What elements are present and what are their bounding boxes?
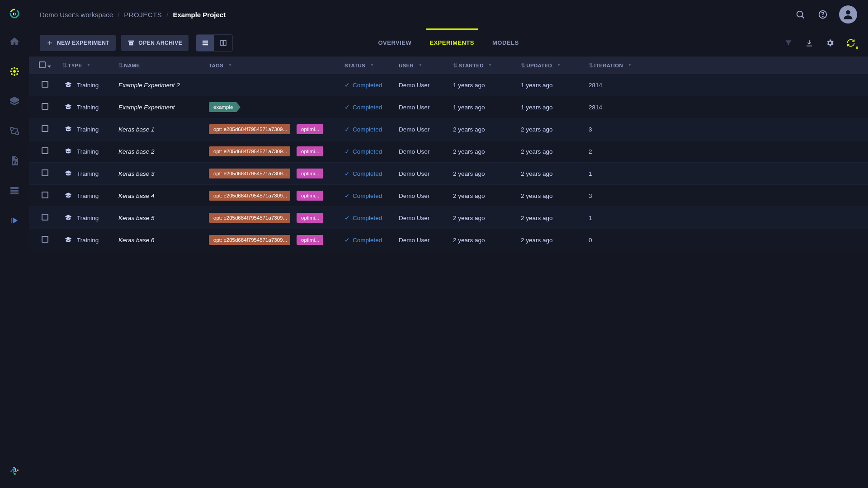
tag[interactable]: opt: e205d684f7954571a7309... (209, 169, 290, 178)
svg-rect-23 (14, 471, 17, 472)
row-checkbox[interactable] (42, 236, 48, 243)
tag[interactable]: optimi... (297, 235, 323, 245)
table-row[interactable]: TrainingExample Experiment 2✓CompletedDe… (29, 74, 868, 96)
experiment-name[interactable]: Example Experiment (118, 104, 175, 111)
view-list-button[interactable] (196, 35, 214, 51)
check-icon: ✓ (344, 81, 350, 89)
table-row[interactable]: TrainingKeras base 6opt: e205d684f795457… (29, 229, 868, 251)
tab-models[interactable]: MODELS (492, 29, 519, 56)
table-row[interactable]: TrainingExample Experimentexample✓Comple… (29, 96, 868, 118)
experiment-name[interactable]: Keras base 5 (118, 215, 155, 221)
tag[interactable]: optimi... (297, 169, 323, 178)
tab-overview[interactable]: OVERVIEW (378, 29, 411, 56)
search-icon[interactable] (794, 8, 807, 21)
tag[interactable]: opt: e205d684f7954571a7309... (209, 146, 290, 156)
updated-cell: 1 years ago (517, 96, 585, 118)
tag[interactable]: optimi... (297, 146, 323, 156)
svg-rect-15 (14, 160, 15, 164)
started-cell: 2 years ago (449, 207, 517, 229)
experiment-name[interactable]: Keras base 2 (118, 148, 155, 155)
filter-icon[interactable] (782, 37, 795, 49)
nav-datasets[interactable] (0, 90, 29, 112)
row-checkbox[interactable] (42, 214, 48, 221)
row-checkbox[interactable] (42, 192, 48, 198)
experiment-name[interactable]: Keras base 4 (118, 192, 155, 199)
check-icon: ✓ (344, 170, 350, 177)
experiment-name[interactable]: Keras base 6 (118, 237, 155, 244)
col-header-name[interactable]: ⇅NAME (115, 57, 205, 74)
tab-experiments[interactable]: EXPERIMENTS (429, 29, 474, 56)
col-header-started[interactable]: ⇅STARTED (449, 57, 517, 74)
updated-cell: 2 years ago (517, 185, 585, 207)
col-header-type[interactable]: ⇅TYPE (61, 57, 115, 74)
breadcrumb-projects[interactable]: PROJECTS (124, 11, 162, 19)
nav-projects[interactable] (0, 61, 29, 82)
row-checkbox[interactable] (42, 169, 48, 176)
started-cell: 2 years ago (449, 185, 517, 207)
experiment-name[interactable]: Keras base 3 (118, 170, 155, 177)
col-header-iteration[interactable]: ⇅ITERATION (585, 57, 868, 74)
col-header-updated[interactable]: ⇅UPDATED (517, 57, 585, 74)
user-avatar[interactable] (839, 5, 857, 23)
tags-cell: opt: e205d684f7954571a7309...optimi... (205, 163, 341, 185)
nav-applications[interactable] (0, 210, 29, 231)
open-archive-button[interactable]: OPEN ARCHIVE (121, 35, 189, 51)
tag[interactable]: opt: e205d684f7954571a7309... (209, 191, 290, 201)
nav-slack[interactable] (0, 460, 29, 482)
status-cell: ✓Completed (344, 236, 392, 244)
breadcrumb-workspace[interactable]: Demo User's workspace (40, 11, 113, 19)
chevron-down-icon[interactable] (47, 66, 51, 68)
status-cell: ✓Completed (344, 214, 392, 221)
tag[interactable]: optimi... (297, 213, 323, 223)
tag[interactable]: optimi... (297, 191, 323, 201)
clearml-logo[interactable]: C (5, 5, 24, 23)
col-header-user[interactable]: USER (395, 57, 449, 74)
tag[interactable]: opt: e205d684f7954571a7309... (209, 235, 290, 245)
nav-home[interactable] (0, 31, 29, 52)
status-cell: ✓Completed (344, 103, 392, 111)
tag[interactable]: optimi... (297, 124, 323, 134)
nav-workers[interactable] (0, 180, 29, 202)
row-checkbox[interactable] (42, 125, 48, 132)
nav-reports[interactable] (0, 150, 29, 172)
svg-rect-30 (203, 40, 208, 41)
tag[interactable]: opt: e205d684f7954571a7309... (209, 213, 290, 223)
experiment-name[interactable]: Example Experiment 2 (118, 82, 180, 89)
svg-point-11 (16, 73, 18, 75)
col-header-select[interactable] (29, 57, 61, 74)
new-experiment-button[interactable]: NEW EXPERIMENT (40, 35, 116, 51)
table-row[interactable]: TrainingKeras base 1opt: e205d684f795457… (29, 118, 868, 141)
tag[interactable]: example (209, 102, 236, 112)
table-row[interactable]: TrainingKeras base 2opt: e205d684f795457… (29, 141, 868, 163)
select-all-checkbox[interactable] (39, 61, 46, 68)
user-cell: Demo User (395, 74, 449, 96)
table-row[interactable]: TrainingKeras base 3opt: e205d684f795457… (29, 163, 868, 185)
download-icon[interactable] (803, 37, 816, 49)
table-row[interactable]: TrainingKeras base 4opt: e205d684f795457… (29, 185, 868, 207)
plus-icon (46, 39, 53, 47)
svg-rect-34 (224, 40, 226, 45)
row-checkbox[interactable] (42, 147, 48, 154)
help-icon[interactable] (816, 8, 829, 21)
nav-pipelines[interactable] (0, 120, 29, 142)
experiment-name[interactable]: Keras base 1 (118, 126, 155, 133)
user-cell: Demo User (395, 185, 449, 207)
table-row[interactable]: TrainingKeras base 5opt: e205d684f795457… (29, 207, 868, 229)
autorefresh-icon[interactable]: II (844, 37, 857, 49)
col-header-iteration-label: ITERATION (594, 63, 623, 68)
svg-rect-18 (10, 190, 19, 192)
user-cell: Demo User (395, 141, 449, 163)
row-checkbox[interactable] (42, 103, 48, 110)
view-detail-button[interactable] (214, 35, 232, 51)
row-checkbox[interactable] (42, 81, 48, 88)
tag[interactable]: opt: e205d684f7954571a7309... (209, 124, 290, 134)
main-area: Demo User's workspace / PROJECTS / Examp… (29, 0, 868, 488)
left-nav-rail: C (0, 0, 29, 488)
updated-cell: 2 years ago (517, 163, 585, 185)
training-icon (64, 103, 72, 111)
col-header-status[interactable]: STATUS (341, 57, 395, 74)
tags-cell: opt: e205d684f7954571a7309...optimi... (205, 118, 341, 141)
check-icon: ✓ (344, 192, 350, 199)
settings-icon[interactable] (824, 37, 836, 49)
col-header-tags[interactable]: TAGS (205, 57, 341, 74)
